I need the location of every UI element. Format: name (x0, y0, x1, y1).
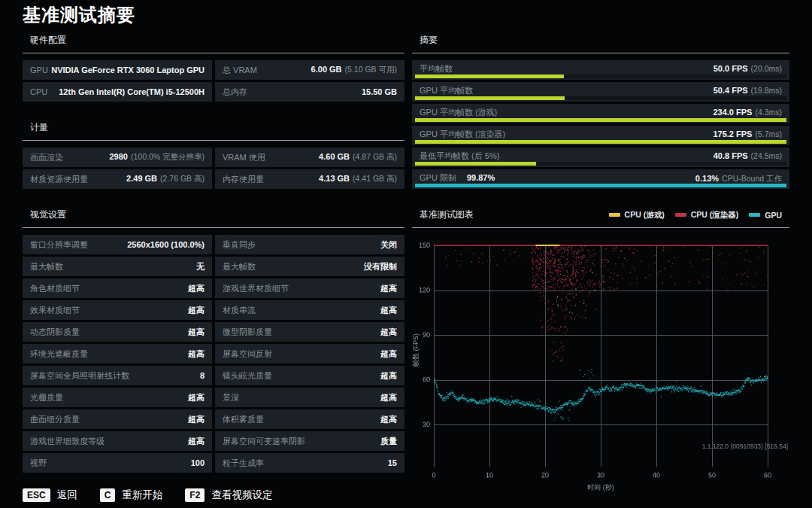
legend-label: CPU (渲染器) (691, 210, 739, 221)
setting-cell: 材质资源使用量2.49 GB(2.76 GB 高) (23, 169, 212, 189)
settings-row: 效果材质细节超高材质串流超高 (23, 300, 404, 320)
setting-cell: 材质串流超高 (215, 300, 404, 320)
setting-label: 游戏世界材质细节 (223, 283, 289, 294)
setting-label: 曲面细分质量 (30, 414, 80, 425)
visual-settings-rows: 窗口分辨率调整2560x1600 (100.0%)垂直同步关闭最大帧数无最大帧数… (23, 235, 404, 473)
key-badge: F2 (185, 488, 205, 502)
legend-item: CPU (游戏) (609, 210, 665, 221)
setting-value: 关闭 (380, 239, 397, 251)
setting-note: (100.0% 完整分辨率) (131, 152, 205, 161)
setting-label: 效果材质细节 (30, 305, 80, 316)
summary-metric-label: 平均帧数 (420, 63, 453, 75)
setting-label: 材质串流 (223, 305, 256, 316)
settings-row: 最大帧数无最大帧数没有限制 (23, 257, 404, 276)
left-column: 硬件配置 GPUNVIDIA GeForce RTX 3060 Laptop G… (23, 30, 404, 488)
setting-cell: 体积雾质量超高 (215, 409, 404, 429)
setting-value: NVIDIA GeForce RTX 3060 Laptop GPU (51, 65, 205, 75)
section-chart: 基准测试图表 CPU (游戏)CPU (渲染器)GPU 1.1.122.0 (0… (412, 205, 789, 497)
setting-label: 总内存 (223, 87, 247, 98)
cpu-bound-value: 0.13% (695, 174, 719, 183)
setting-value: 超高 (380, 370, 397, 382)
setting-label: 体积雾质量 (223, 414, 264, 425)
setting-label: 最大帧数 (223, 261, 256, 272)
setting-label: 粒子生成率 (223, 458, 264, 469)
cpu-bound-label: CPU-Bound 工作 (722, 174, 782, 183)
setting-label: GPU (30, 65, 48, 75)
setting-value: 超高 (380, 348, 397, 360)
setting-cell: 动态阴影质量超高 (23, 322, 212, 342)
summary-rows: 平均帧数50.0 FPS(20.0ms)GPU 平均帧数50.4 FPS(19.… (412, 60, 789, 189)
hardware-rows: GPUNVIDIA GeForce RTX 3060 Laptop GPU总 V… (23, 60, 404, 102)
settings-row: 屏幕空间全局照明射线计数8镜头眩光质量超高 (23, 366, 404, 385)
key-hint-f2[interactable]: F2查看视频设定 (185, 488, 272, 502)
setting-cell: 画面渲染2980(100.0% 完整分辨率) (23, 148, 212, 167)
setting-value: 100 (191, 458, 205, 467)
setting-label: VRAM 使用 (223, 152, 265, 163)
chart-canvas (412, 235, 789, 497)
setting-value: 超高 (380, 392, 397, 403)
setting-label: 总 VRAM (223, 65, 257, 76)
setting-cell: 环境光遮蔽质量超高 (23, 344, 212, 364)
setting-value: 15.50 GB (362, 87, 397, 96)
setting-label: 角色材质细节 (30, 283, 80, 294)
setting-value: 没有限制 (364, 261, 397, 272)
setting-label: 屏幕空间可变速率阴影 (223, 436, 305, 447)
setting-cell: 粒子生成率15 (215, 453, 404, 473)
setting-label: 垂直同步 (223, 239, 256, 251)
setting-note: (2.76 GB 高) (160, 174, 205, 183)
section-title-summary: 摘要 (420, 34, 438, 47)
setting-value: 超高 (380, 305, 397, 316)
settings-row: 动态阴影质量超高微型阴影质量超高 (23, 322, 404, 342)
setting-cell: 微型阴影质量超高 (215, 322, 404, 342)
settings-row: 曲面细分质量超高体积雾质量超高 (23, 409, 404, 429)
summary-metric-value: 50.0 FPS(20.0ms) (714, 64, 782, 73)
summary-bar-track (415, 162, 786, 166)
setting-cell: 游戏世界细致度等级超高 (23, 431, 212, 451)
setting-value: 超高 (380, 283, 397, 294)
summary-row: GPU 平均帧数 (渲染器)175.2 FPS(5.7ms) (412, 126, 789, 145)
setting-value: 超高 (188, 283, 205, 294)
summary-row-text: 平均帧数50.0 FPS(20.0ms) (412, 60, 789, 76)
gpu-limit-value: 99.87% (467, 173, 495, 182)
right-column: 摘要 平均帧数50.0 FPS(20.0ms)GPU 平均帧数50.4 FPS(… (412, 30, 789, 508)
setting-value: 4.13 GB(4.41 GB 高) (319, 174, 397, 184)
legend-color-chip (749, 213, 760, 217)
settings-row: 角色材质细节超高游戏世界材质细节超高 (23, 278, 404, 298)
setting-cell: 内存使用量4.13 GB(4.41 GB 高) (215, 169, 404, 189)
legend-color-chip (675, 213, 686, 217)
summary-row-text: GPU 限制99.87%0.13%CPU-Bound 工作 (412, 169, 789, 185)
setting-cell: 游戏世界材质细节超高 (215, 278, 404, 298)
summary-row-text: GPU 平均帧数 (游戏)234.0 FPS(4.3ms) (412, 104, 789, 120)
key-hint-c[interactable]: C重新开始 (100, 488, 163, 502)
summary-row: GPU 限制99.87%0.13%CPU-Bound 工作 (412, 169, 789, 189)
setting-value: 超高 (188, 305, 205, 316)
summary-bar-fill (415, 118, 786, 122)
setting-value: 2980(100.0% 完整分辨率) (109, 152, 205, 163)
summary-metric-note: (19.8ms) (751, 86, 782, 95)
page-title: 基准测试摘要 (23, 3, 135, 27)
setting-note: (5.10 GB 可用) (345, 65, 397, 74)
summary-bar-fill (415, 96, 565, 100)
setting-cell: 景深超高 (215, 388, 404, 407)
settings-row: 环境光遮蔽质量超高屏幕空间反射超高 (23, 344, 404, 364)
setting-label: 屏幕空间反射 (223, 348, 272, 360)
summary-row: 平均帧数50.0 FPS(20.0ms) (412, 60, 789, 80)
summary-bar-fill (415, 162, 536, 166)
setting-cell: 镜头眩光质量超高 (215, 366, 404, 385)
setting-value: 超高 (380, 414, 397, 425)
summary-metric-value: 175.2 FPS(5.7ms) (713, 129, 782, 138)
summary-row: GPU 平均帧数50.4 FPS(19.8ms) (412, 82, 789, 102)
legend-label: CPU (游戏) (625, 210, 665, 221)
setting-value: 超高 (188, 414, 205, 425)
summary-bar-fill (415, 184, 786, 187)
footer-keybar: ESC返回C重新开始F2查看视频设定 (23, 488, 272, 502)
setting-cell: 垂直同步关闭 (215, 235, 404, 254)
key-hint-esc[interactable]: ESC返回 (23, 488, 77, 502)
summary-bar-fill (415, 75, 564, 78)
key-hint-label: 查看视频设定 (211, 488, 272, 502)
section-title-chart: 基准测试图表 (420, 208, 474, 221)
setting-value: 超高 (380, 327, 397, 338)
settings-row: 视野100粒子生成率15 (23, 453, 404, 473)
setting-cell: 效果材质细节超高 (23, 300, 212, 320)
setting-cell: 最大帧数无 (23, 257, 212, 276)
